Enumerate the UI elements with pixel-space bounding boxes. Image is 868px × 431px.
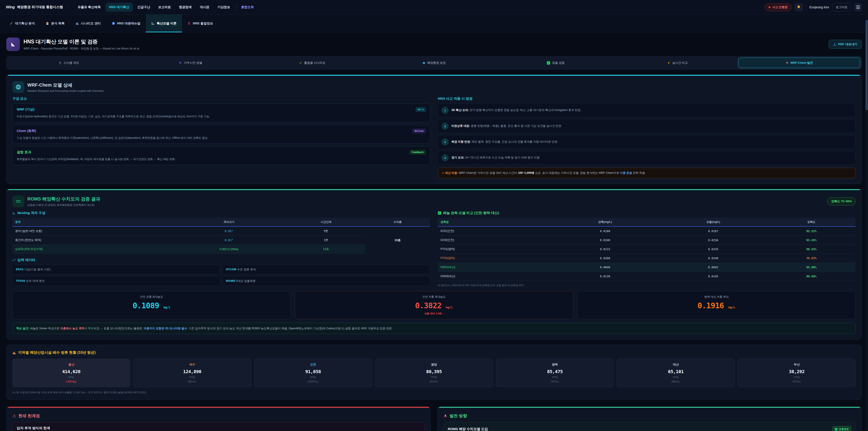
tab-gaussian-model[interactable]: 가우시안 모델 — [130, 58, 252, 68]
discharge-footnote: ※ 1종 사업장(2,000m³/일 이상) 하루 평균 배수 배출량: 21,… — [12, 391, 856, 394]
brand-name: 해양환경 위기대응 통합시스템 — [17, 5, 63, 9]
nav-item-aerial-search[interactable]: 항공탐색 — [176, 3, 195, 11]
wrfchem-advantages-column: HNS 사고 적용 시 장점 1 3D 확산 모의: 연직 방향 확산까지 포함… — [438, 96, 856, 178]
subnav-item-scenario-management[interactable]: 시나리오 관리 — [70, 14, 106, 32]
validated-badge: ✓ 검증완료 — [832, 426, 851, 431]
wrfchem-subtitle: Weather Research and Forecasting model c… — [27, 90, 104, 92]
page-scrollbar[interactable] — [865, 0, 868, 431]
component-wrf: WRF (기상) v4.x 비정수압(non-hydrostatic) 중규모 … — [12, 103, 430, 122]
table-row-low-accuracy: PT02(평택)0.02000.024975.57% — [438, 254, 856, 263]
user-name: Eunjeong Kim — [809, 5, 829, 9]
component-description: 기상 모델과 동일한 시간 스텝에서 화학종의 이류(advection), 난… — [17, 136, 426, 140]
check-icon: ✓ — [438, 211, 441, 215]
microscope-icon — [59, 61, 62, 64]
pdf-export-button[interactable]: PDF 내보내기 — [829, 40, 862, 49]
roms-right-column: ✓ 페놀 관측-모델 비교 (인천·평택·대산) 관측점 관측(mg/L) 모델… — [438, 211, 856, 287]
subnav-item-atmos-analysis[interactable]: 대기확산 분석 — [4, 14, 40, 32]
subnav-item-hns-manual[interactable]: HNS 대응매뉴얼 — [106, 14, 146, 32]
future-item-title: ROMS 해양 수치모델 도입 — [448, 427, 488, 431]
page-subtitle: WRF-Chem · Gaussian Plume/Puff · ROMS · … — [24, 47, 140, 51]
discharge-card-busan: 부산 38,292 m³/일 447개소 — [738, 359, 856, 387]
discharge-city-cards: 울산 414,620 m³/일 1,037개소 여수 124,890 m³/일 … — [12, 359, 856, 387]
tab-wrfchem-advanced[interactable]: WRF-Chem 발전 — [738, 58, 860, 68]
notification-button[interactable] — [795, 3, 803, 11]
wrfchem-detail-card: WRF-Chem 모델 상세 Weather Research and Fore… — [6, 74, 862, 184]
nav-item-hns-dispersion[interactable]: HNS·대기확산 — [106, 3, 132, 11]
logo-mark: Wing — [6, 5, 15, 9]
nav-item-rescue[interactable]: 긴급구난 — [134, 3, 153, 11]
stat-surface-max: 인천 표층 최대농도 0.1089 mg/L — [12, 291, 291, 319]
table-row: 광역 (일본·대만 포함) 0.05° 5분 20층 — [12, 226, 430, 236]
limitation-title: 입자 추적 방식의 한계 — [17, 426, 50, 430]
warning-icon: ⚠ — [442, 171, 444, 175]
nesting-grid-table: 영역 격자크기 시간간격 수직층 광역 (일본·대만 포함) 0.05° 5분 — [12, 218, 430, 254]
current-limitations-card: ⚠ 현재 한계점 입자 추적 방식의 한계 기존 라그랑지안 입자 추적 방식은… — [6, 407, 431, 431]
input-data-grid: ERA5 기상(기압·풍속·기온) HYCOM 수온·염분·유속 TPXO9 조… — [12, 265, 430, 286]
logout-button[interactable]: 로그아웃 — [832, 3, 851, 11]
top-navbar: Wing 해양환경 위기대응 통합시스템 유출유 확산예측 HNS·대기확산 긴… — [0, 0, 868, 14]
incident-status-badge: 사고 진행중 — [765, 3, 792, 11]
scrollbar-thumb[interactable] — [866, 20, 868, 110]
menu-button[interactable] — [854, 3, 862, 11]
bell-icon — [797, 5, 801, 9]
tab-system-overview[interactable]: 시스템 개요 — [8, 58, 130, 68]
roms-left-column: Nesting 격자 구성 영역 격자크기 시간간격 수직층 — [12, 211, 430, 287]
roms-validation-card: ROMS 해양확산 수치모의 검증 결과 김창겸·이문진 외 (2024), 한… — [6, 189, 862, 340]
nav-right: 사고 진행중 Eunjeong Kim 로그아웃 — [765, 3, 862, 11]
table-row: DS03(대산)0.01300.014588.68% — [438, 272, 856, 281]
limitations-heading: ⚠ 현재 한계점 — [12, 413, 425, 419]
stat-bottom-max: 인천 저층 최대농도 0.3822 mg/L 표층 대비 3.5배 ↑ — [295, 291, 573, 319]
rocket-icon — [785, 61, 789, 64]
table-row: IC01(인천)0.01600.016795.32% — [438, 226, 856, 236]
advantage-number: 3 — [442, 138, 448, 145]
future-item: ROMS 해양 수치모델 도입 ✓ 검증완료 김창겸·이문진 외(2024) 연… — [443, 422, 856, 431]
subnav-item-hns-substance-info[interactable]: HNS 물질정보 — [182, 14, 218, 32]
link-icon — [12, 258, 16, 262]
download-icon — [833, 43, 836, 46]
check-icon: ✓ — [835, 428, 837, 431]
roms-subtitle: 김창겸·이문진 외 (2024), 한국해양환경·안전학회지 Vol.30 — [27, 204, 100, 207]
component-description: 화학물질의 복사 효과가 기상장에 되먹임(feedback). 예: 대량의 … — [17, 157, 426, 161]
advantages-heading: HNS 사고 적용 시 장점 — [438, 96, 856, 101]
nav-item-weather[interactable]: 기상정보 — [214, 3, 233, 11]
page-title: HNS 대기확산 모델 이론 및 검증 — [24, 38, 140, 45]
incident-label: 사고 진행중 — [772, 5, 788, 9]
page-root: Wing 해양환경 위기대응 통합시스템 유출유 확산예측 HNS·대기확산 긴… — [0, 0, 868, 431]
discharge-status-card: 지역별 해양산업시설 배수 방류 현황 (10년 평균) 울산 414,620 … — [6, 345, 862, 400]
component-mode-badge: Online — [412, 129, 426, 133]
tab-marine-correction[interactable]: 해양환경 보정 — [373, 58, 495, 68]
stat-pt-ds-bottom-max: 평택·대산 저층 최대 0.1916 mg/L — [577, 291, 856, 319]
cloud-icon — [422, 61, 426, 64]
wave-icon — [12, 195, 24, 207]
component-chem: Chem (화학) Online 기상 모델과 동일한 시간 스텝에서 화학종의… — [12, 125, 430, 144]
nav-item-integrated-search[interactable]: 통합조회 — [237, 3, 257, 11]
divider — [806, 4, 806, 10]
brand[interactable]: Wing 해양환경 위기대응 통합시스템 — [6, 5, 69, 9]
roms-header: ROMS 해양확산 수치모의 검증 결과 김창겸·이문진 외 (2024), 한… — [12, 195, 856, 207]
computation-cost-warning: ⚠ 계산 비용: WRF-Chem은 가우시안 모델 대비 계산 시간이 100… — [438, 168, 856, 178]
rocket-icon — [443, 414, 447, 418]
tab-model-validation[interactable]: ✓ 모델 검증 — [495, 58, 617, 68]
clipboard-icon — [46, 22, 49, 25]
tab-substance-scenarios[interactable]: 물질별 시나리오 — [251, 58, 373, 68]
phenol-comparison-table: 관측점 관측(mg/L) 모델(mg/L) 정확도 IC01(인천)0.0160… — [438, 218, 856, 281]
pencil-icon — [299, 61, 302, 64]
discharge-card-daesan: 대산 65,101 m³/일 246개소 — [617, 359, 735, 387]
globe-icon — [12, 81, 24, 93]
advantage-item: 1 3D 확산 모의: 연직 방향 확산까지 포함한 정밀 농도장 계산. 고층… — [438, 103, 856, 117]
dna-icon — [187, 22, 191, 25]
nav-item-board[interactable]: 게시판 — [197, 3, 213, 11]
subnav-item-analysis-list[interactable]: 분석 목록 — [40, 14, 70, 32]
component-name: WRF (기상) — [17, 107, 34, 112]
component-coupling: 결합 효과 Feedback 화학물질의 복사 효과가 기상장에 되먹임(fee… — [12, 146, 430, 165]
discharge-card-yeosu: 여수 124,890 m³/일 382개소 — [133, 359, 251, 387]
tab-realtime-comparison[interactable]: 실시간 비교 — [617, 58, 739, 68]
roms-title: ROMS 해양확산 수치모의 검증 결과 — [27, 196, 100, 202]
vertical-layers-cell: 20층 — [365, 226, 430, 254]
input-chip-hycom: HYCOM 수온·염분·유속 — [222, 265, 430, 274]
subnav-item-dispersion-model-theory[interactable]: 확산모델 이론 — [146, 14, 182, 32]
nav-item-reports[interactable]: 보고자료 — [155, 3, 174, 11]
table-row-best-accuracy: DS01(대산)0.00400.004295.88% — [438, 263, 856, 272]
key-finding-note: 핵심 발견: 페놀은 Sinker 특성으로 저층에서 농도 축적이 두드러짐 … — [12, 323, 856, 334]
nav-item-oil-spill[interactable]: 유출유 확산예측 — [74, 3, 104, 11]
